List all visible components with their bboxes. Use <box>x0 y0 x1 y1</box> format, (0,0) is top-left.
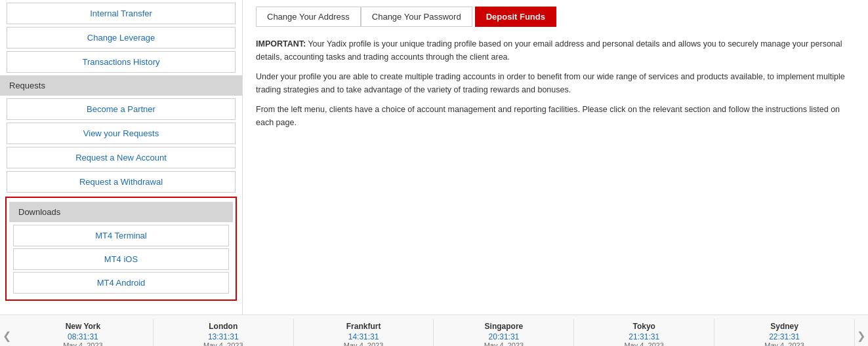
clock-new-york: New York 08:31:31 May 4, 2023 <box>13 319 154 346</box>
clock-time-sydney: 22:31:31 <box>718 332 850 341</box>
info-paragraph-2: Under your profile you are able to creat… <box>256 70 855 96</box>
change-address-button[interactable]: Change Your Address <box>256 7 361 27</box>
clock-city-sydney: Sydney <box>718 322 850 331</box>
clock-london: London 13:31:31 May 4, 2023 <box>154 319 294 346</box>
clock-date-london: May 4, 2023 <box>157 341 289 346</box>
sidebar-item-mt4-terminal[interactable]: MT4 Terminal <box>13 225 229 246</box>
clock-city-new-york: New York <box>17 322 149 331</box>
change-password-button[interactable]: Change Your Password <box>361 7 472 27</box>
clock-city-london: London <box>157 322 289 331</box>
clock-time-frankfurt: 14:31:31 <box>298 332 430 341</box>
clocks-prev-arrow[interactable]: ❮ <box>0 330 13 342</box>
main-content: Change Your Address Change Your Password… <box>243 0 868 315</box>
sidebar-item-become-partner[interactable]: Become a Partner <box>7 98 236 120</box>
sidebar-item-request-new-account[interactable]: Request a New Account <box>7 147 236 168</box>
clock-time-singapore: 20:31:31 <box>438 332 569 341</box>
clock-date-new-york: May 4, 2023 <box>17 341 149 346</box>
sidebar-item-mt4-android[interactable]: MT4 Android <box>13 272 229 294</box>
clock-date-singapore: May 4, 2023 <box>438 341 569 346</box>
clock-sydney: Sydney 22:31:31 May 4, 2023 <box>714 319 855 346</box>
clock-date-sydney: May 4, 2023 <box>718 341 850 346</box>
clock-tokyo: Tokyo 21:31:31 May 4, 2023 <box>574 319 714 346</box>
clock-frankfurt: Frankfurt 14:31:31 May 4, 2023 <box>294 319 434 346</box>
important-label: IMPORTANT: <box>256 39 306 48</box>
sidebar-item-request-withdrawal[interactable]: Request a Withdrawal <box>7 171 236 193</box>
clocks-next-arrow[interactable]: ❯ <box>855 330 868 342</box>
info-paragraph-1-rest: Your Yadix profile is your unique tradin… <box>256 39 842 62</box>
info-paragraph-3: From the left menu, clients have a choic… <box>256 103 855 129</box>
clock-city-tokyo: Tokyo <box>578 322 710 331</box>
top-buttons: Change Your Address Change Your Password… <box>256 7 855 27</box>
deposit-funds-button[interactable]: Deposit Funds <box>475 7 556 27</box>
clock-date-frankfurt: May 4, 2023 <box>298 341 430 346</box>
sidebar-item-internal-transfer[interactable]: Internal Transfer <box>7 3 236 24</box>
downloads-section: Downloads MT4 Terminal MT4 iOS MT4 Andro… <box>5 197 237 301</box>
clock-time-tokyo: 21:31:31 <box>578 332 710 341</box>
clock-date-tokyo: May 4, 2023 <box>578 341 710 346</box>
sidebar-item-change-leverage[interactable]: Change Leverage <box>7 27 236 48</box>
info-section: IMPORTANT: Your Yadix profile is your un… <box>256 37 855 129</box>
clock-time-new-york: 08:31:31 <box>17 332 149 341</box>
clock-singapore: Singapore 20:31:31 May 4, 2023 <box>434 319 574 346</box>
sidebar-item-transactions-history[interactable]: Transactions History <box>7 51 236 73</box>
requests-section-header: Requests <box>0 75 242 96</box>
sidebar-item-view-requests[interactable]: View your Requests <box>7 123 236 144</box>
sidebar-item-mt4-ios[interactable]: MT4 iOS <box>13 248 229 270</box>
clocks-bar: ❮ New York 08:31:31 May 4, 2023 London 1… <box>0 315 868 346</box>
clock-time-london: 13:31:31 <box>157 332 289 341</box>
info-paragraph-1: IMPORTANT: Your Yadix profile is your un… <box>256 37 855 64</box>
clock-city-singapore: Singapore <box>438 322 569 331</box>
clock-city-frankfurt: Frankfurt <box>298 322 430 331</box>
sidebar: Internal Transfer Change Leverage Transa… <box>0 0 243 315</box>
downloads-section-header: Downloads <box>9 202 233 222</box>
